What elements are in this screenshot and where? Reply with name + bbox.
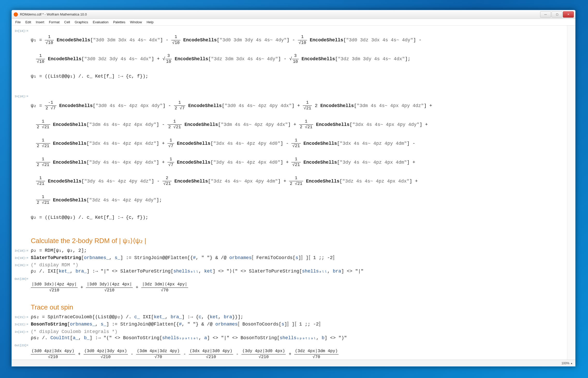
window-controls: — ▢ ✕ [540, 11, 574, 18]
input-cell[interactable]: In[18]:= ρ₂ = RDM[ψ₁, ψ₂, 2]; [13, 247, 573, 254]
cell-body[interactable]: ρs₂ = SpinTraceCoulomb[(List@@ρ₂) /. c_ … [31, 314, 573, 320]
cell-label: Out[23]= [13, 342, 31, 360]
menubar: File Edit Insert Format Cell Graphics Ev… [12, 19, 575, 26]
input-cell[interactable]: In[21]:= ρs₂ = SpinTraceCoulomb[(List@@ρ… [13, 314, 573, 320]
titlebar[interactable]: RDMdemo.cdf * - Wolfram Mathematica 10.0… [12, 10, 575, 19]
cell-label: In[21]:= [13, 314, 31, 320]
menu-cell[interactable]: Cell [62, 20, 72, 25]
notebook-area: In[14]:= ψ₁ = 1√10 EncodeShells["3d0 3dm… [12, 26, 575, 360]
application-window: RDMdemo.cdf * - Wolfram Mathematica 10.0… [11, 10, 576, 367]
cell-label: In[20]:= [13, 262, 31, 275]
cell-label: In[19]:= [13, 255, 31, 261]
cell-label: Out[20]= [13, 276, 31, 300]
cell-body: (3d0 4pz|3dx 4py)√210 + (3d0 4pz|3dy 4px… [31, 342, 573, 360]
cell-body[interactable]: (* display RDM *) ρ₂ /. IXI[ket_, bra_] … [31, 262, 573, 275]
output-cell[interactable]: Out[20]= |3d0 3dx⟩⟨4pz 4py|√210 + |3d0 3… [13, 276, 573, 300]
input-cell[interactable]: In[20]:= (* display RDM *) ρ₂ /. IXI[ket… [13, 262, 573, 275]
input-cell[interactable]: In[19]:= SlaterToPureString[orbnames_, s… [13, 255, 573, 261]
input-cell[interactable]: In[22]:= BosonToString[orbnames_, s_] :=… [13, 321, 573, 327]
menu-palettes[interactable]: Palettes [111, 20, 127, 25]
cell-body[interactable]: ρ₂ = RDM[ψ₁, ψ₂, 2]; [31, 247, 573, 254]
cell-label: In[16]:= [13, 93, 31, 233]
cell-body[interactable]: BosonToString[orbnames_, s_] := StringJo… [31, 321, 573, 327]
cell-label: In[18]:= [13, 247, 31, 254]
menu-evaluation[interactable]: Evaluation [91, 20, 111, 25]
menu-format[interactable]: Format [47, 20, 62, 25]
zoom-arrow-icon[interactable]: ▲ [570, 362, 573, 365]
statusbar: 100% ▲ [12, 360, 575, 366]
cell-body[interactable]: ψ₂ = -12 √7 EncodeShells["3d0 4s 4s~ 4pz… [31, 93, 573, 233]
cell-label: In[14]:= [13, 28, 31, 92]
menu-insert[interactable]: Insert [34, 20, 46, 25]
cell-label: In[23]:= [13, 329, 31, 341]
minimize-button[interactable]: — [540, 11, 551, 18]
section-heading-rdm: Calculate the 2-body RDM of | ψ₁⟩⟨ψ₂ | [31, 236, 573, 245]
output-cell[interactable]: Out[23]= (3d0 4pz|3dx 4py)√210 + (3d0 4p… [13, 342, 573, 360]
cell-body[interactable]: SlaterToPureString[orbnames_, s_] := Str… [31, 255, 573, 261]
menu-graphics[interactable]: Graphics [72, 20, 90, 25]
maximize-button[interactable]: ▢ [552, 11, 562, 18]
input-cell[interactable]: In[14]:= ψ₁ = 1√10 EncodeShells["3d0 3dm… [13, 28, 573, 92]
window-title: RDMdemo.cdf * - Wolfram Mathematica 10.0 [20, 12, 540, 16]
mathematica-icon [14, 12, 18, 17]
input-cell[interactable]: In[23]:= (* display Coulomb integrals *)… [13, 329, 573, 341]
zoom-level[interactable]: 100% [561, 361, 569, 365]
cell-body[interactable]: ψ₁ = 1√10 EncodeShells["3d0 3dm 3dx 4s 4… [31, 28, 573, 92]
cell-label: In[22]:= [13, 321, 31, 327]
input-cell[interactable]: In[16]:= ψ₂ = -12 √7 EncodeShells["3d0 4… [13, 93, 573, 233]
close-button[interactable]: ✕ [563, 11, 574, 18]
cell-body[interactable]: (* display Coulomb integrals *) ρs₂ /. C… [31, 329, 573, 341]
menu-edit[interactable]: Edit [23, 20, 33, 25]
notebook[interactable]: In[14]:= ψ₁ = 1√10 EncodeShells["3d0 3dm… [12, 26, 575, 360]
section-heading-trace: Trace out spin [31, 303, 573, 312]
cell-bracket-gutter[interactable] [567, 26, 575, 360]
menu-window[interactable]: Window [128, 20, 144, 25]
menu-file[interactable]: File [13, 20, 23, 25]
cell-body: |3d0 3dx⟩⟨4pz 4py|√210 + |3d0 3dy⟩⟨4pz 4… [31, 276, 573, 300]
menu-help[interactable]: Help [144, 20, 156, 25]
